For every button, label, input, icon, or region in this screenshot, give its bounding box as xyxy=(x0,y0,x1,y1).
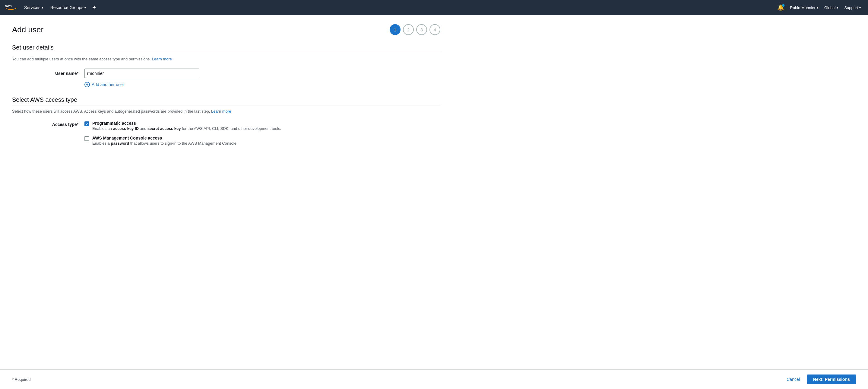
user-menu[interactable]: Robin Monnier ▾ xyxy=(787,5,820,10)
access-type-title: Select AWS access type xyxy=(12,96,440,103)
resource-groups-chevron-icon: ▾ xyxy=(85,6,86,9)
aws-logo[interactable]: aws xyxy=(5,4,17,11)
username-input[interactable] xyxy=(85,68,199,78)
access-type-section: Select AWS access type Select how these … xyxy=(12,96,440,145)
step-2[interactable]: 2 xyxy=(403,24,414,35)
access-type-row: Access type* Programmatic access Enables… xyxy=(12,121,440,145)
console-access-option: AWS Management Console access Enables a … xyxy=(85,136,281,145)
programmatic-access-desc: Enables an access key ID and secret acce… xyxy=(92,126,281,131)
user-details-description: You can add multiple users at once with … xyxy=(12,57,440,61)
main-content: Add user 1 2 3 4 Set user details You ca… xyxy=(0,15,453,155)
notification-dot xyxy=(782,4,784,7)
access-type-label: Access type* xyxy=(30,121,79,127)
resource-groups-label: Resource Groups xyxy=(50,5,84,10)
step-1[interactable]: 1 xyxy=(390,24,401,35)
user-chevron-icon: ▾ xyxy=(817,6,818,9)
support-chevron-icon: ▾ xyxy=(859,6,861,9)
resource-groups-menu[interactable]: Resource Groups ▾ xyxy=(48,5,89,10)
user-details-divider xyxy=(12,53,440,53)
region-menu[interactable]: Global ▾ xyxy=(822,5,841,10)
page-header: Add user 1 2 3 4 xyxy=(12,24,440,35)
region-label: Global xyxy=(824,5,836,10)
notifications-icon[interactable]: 🔔 xyxy=(775,4,786,11)
user-details-section: Set user details You can add multiple us… xyxy=(12,44,440,87)
user-details-title: Set user details xyxy=(12,44,440,51)
programmatic-access-text: Programmatic access Enables an access ke… xyxy=(92,121,281,131)
plus-circle-icon: + xyxy=(85,82,90,87)
step-indicators: 1 2 3 4 xyxy=(390,24,440,35)
access-options: Programmatic access Enables an access ke… xyxy=(85,121,281,145)
add-another-user-label: Add another user xyxy=(92,82,124,87)
support-menu[interactable]: Support ▾ xyxy=(842,5,863,10)
username-row: User name* + Add another user xyxy=(12,68,440,87)
step-3[interactable]: 3 xyxy=(416,24,427,35)
navbar-right: 🔔 Robin Monnier ▾ Global ▾ Support ▾ xyxy=(775,4,863,11)
navbar: aws Services ▾ Resource Groups ▾ ✦ 🔔 Rob… xyxy=(0,0,868,15)
services-chevron-icon: ▾ xyxy=(42,6,43,9)
user-details-learn-more-link[interactable]: Learn more xyxy=(152,57,172,61)
services-menu[interactable]: Services ▾ xyxy=(22,5,45,10)
page-title: Add user xyxy=(12,25,43,34)
console-access-title: AWS Management Console access xyxy=(92,136,238,140)
username-input-wrap: + Add another user xyxy=(85,68,199,87)
access-type-learn-more-link[interactable]: Learn more xyxy=(211,109,231,114)
user-name: Robin Monnier xyxy=(790,5,815,10)
support-label: Support xyxy=(844,5,858,10)
programmatic-checkbox[interactable] xyxy=(85,121,89,126)
favorites-icon[interactable]: ✦ xyxy=(92,4,96,11)
console-access-checkbox[interactable] xyxy=(85,136,89,141)
access-type-description: Select how these users will access AWS. … xyxy=(12,109,440,114)
console-access-desc: Enables a password that allows users to … xyxy=(92,141,238,145)
svg-text:aws: aws xyxy=(5,4,12,8)
username-label: User name* xyxy=(30,68,79,76)
region-chevron-icon: ▾ xyxy=(837,6,838,9)
console-access-text: AWS Management Console access Enables a … xyxy=(92,136,238,145)
programmatic-access-option: Programmatic access Enables an access ke… xyxy=(85,121,281,131)
programmatic-access-title: Programmatic access xyxy=(92,121,281,126)
step-4[interactable]: 4 xyxy=(430,24,440,35)
services-label: Services xyxy=(24,5,40,10)
add-another-user-link[interactable]: + Add another user xyxy=(85,82,199,87)
